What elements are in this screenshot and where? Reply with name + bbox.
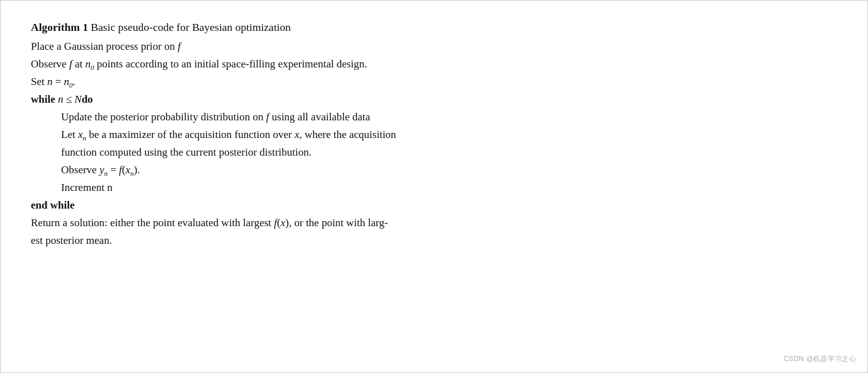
while-do: do xyxy=(82,93,93,105)
indent1-line1-pre: Update the posterior probability distrib… xyxy=(61,111,266,123)
line-return1: Return a solution: either the point eval… xyxy=(31,214,837,232)
end-while-bold: end while xyxy=(31,199,74,211)
indent1-line2-pre: Let xyxy=(61,129,78,141)
indent1-line1-rest: using all available data xyxy=(269,111,371,123)
algorithm-title-rest: Basic pseudo-code for Bayesian optimizat… xyxy=(88,21,291,33)
line1-f: f xyxy=(178,40,181,52)
line1-pre: Place a Gaussian process prior on xyxy=(31,40,178,52)
algorithm-container: Algorithm 1 Basic pseudo-code for Bayesi… xyxy=(0,0,868,373)
line3-end: . xyxy=(73,76,76,88)
algorithm-title-bold: Algorithm 1 xyxy=(31,21,88,33)
line2-at: at xyxy=(72,58,86,70)
indent1-line4-pre: Observe xyxy=(61,164,99,176)
algorithm-title: Algorithm 1 Basic pseudo-code for Bayesi… xyxy=(31,18,837,37)
line-end-while: end while xyxy=(31,197,837,214)
line-gaussian-prior: Place a Gaussian process prior on f xyxy=(31,38,837,55)
while-bold: while xyxy=(31,93,58,105)
while-cond: n ≤ N xyxy=(58,93,82,105)
line-function-computed: function computed using the current post… xyxy=(31,144,837,161)
indent1-line3: function computed using the current post… xyxy=(61,146,312,158)
indent1-xn: xn xyxy=(78,129,86,141)
indent1-line2-mid: be a maximizer of the acquisition functi… xyxy=(86,129,295,141)
line3-pre: Set xyxy=(31,76,47,88)
line3-n0-base: n0 xyxy=(64,76,73,88)
return-line1-pre: Return a solution: either the point eval… xyxy=(31,217,274,229)
line-observe: Observe f at n0 points according to an i… xyxy=(31,55,837,73)
watermark: CSDN @机器学习之心 xyxy=(784,354,856,364)
line-let-xn: Let xn be a maximizer of the acquisition… xyxy=(31,126,837,144)
indent1-line4-eq: = xyxy=(108,164,119,176)
indent1-line2-rest: , where the acquisition xyxy=(299,129,396,141)
line-update-posterior: Update the posterior probability distrib… xyxy=(31,108,837,126)
line-increment-n: Increment n xyxy=(31,179,837,197)
line2-rest: points according to an initial space-fil… xyxy=(94,58,367,70)
line3-eq: = xyxy=(52,76,64,88)
line2-n0-base: n0 xyxy=(85,58,94,70)
return-line2: est posterior mean. xyxy=(31,234,112,246)
line-return2: est posterior mean. xyxy=(31,232,837,250)
line-observe-yn: Observe yn = f(xn). xyxy=(31,161,837,179)
indent1-yn: yn xyxy=(99,164,108,176)
line-set-n: Set n = n0. xyxy=(31,73,837,91)
line-while: while n ≤ Ndo xyxy=(31,91,837,108)
indent1-line5: Increment n xyxy=(61,181,113,193)
line2-pre: Observe xyxy=(31,58,69,70)
indent1-xn2: xn xyxy=(125,164,133,176)
return-line1-rest: , or the point with larg- xyxy=(289,217,388,229)
indent1-paren-close: ). xyxy=(134,164,140,176)
